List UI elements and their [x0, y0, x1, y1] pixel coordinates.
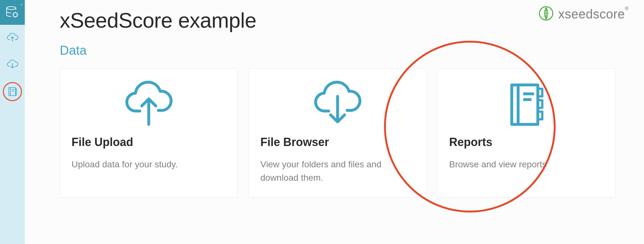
card-description: View your folders and files and download…: [260, 158, 415, 185]
chevron-right-icon: ›: [21, 2, 22, 7]
sidebar: ›: [0, 0, 25, 244]
sidebar-item-reports[interactable]: [0, 78, 25, 105]
brand-text: xseedscore®: [558, 7, 629, 21]
cloud-upload-icon: [72, 78, 226, 132]
svg-rect-11: [512, 85, 538, 124]
sidebar-item-upload[interactable]: [0, 25, 25, 52]
card-title: Reports: [449, 136, 604, 149]
app-root: ›: [0, 0, 644, 244]
notebook-icon: [449, 78, 604, 132]
cloud-download-icon: [260, 78, 415, 132]
card-description: Browse and view reports: [449, 158, 604, 171]
cards-row: File Upload Upload data for your study. …: [60, 68, 625, 198]
highlight-ring-icon: [3, 82, 22, 101]
card-title: File Upload: [72, 136, 226, 149]
main-content: xseedscore® xSeedScore example Data File…: [25, 0, 644, 244]
card-title: File Browser: [260, 136, 415, 149]
cloud-upload-icon: [6, 32, 18, 44]
card-description: Upload data for your study.: [72, 158, 226, 171]
brand-seed-icon: [538, 6, 554, 22]
sidebar-item-download[interactable]: [0, 52, 25, 78]
card-reports[interactable]: Reports Browse and view reports: [437, 68, 615, 198]
svg-point-0: [7, 7, 16, 10]
card-file-upload[interactable]: File Upload Upload data for your study.: [60, 68, 238, 198]
section-title: Data: [60, 43, 625, 58]
cloud-download-icon: [6, 59, 18, 71]
brand-logo-area: xseedscore®: [538, 6, 629, 22]
card-file-browser[interactable]: File Browser View your folders and files…: [249, 68, 427, 198]
sidebar-item-database[interactable]: ›: [0, 0, 25, 25]
database-gear-icon: [5, 5, 19, 19]
